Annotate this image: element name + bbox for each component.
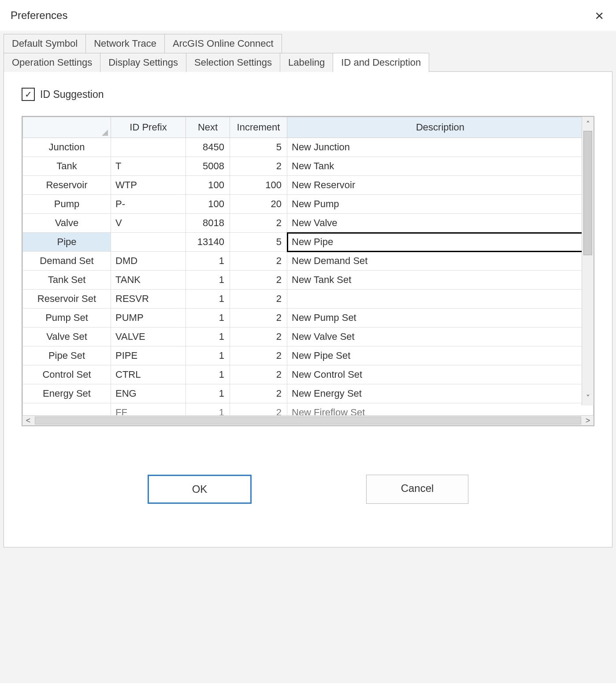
description-cell[interactable]: New Control Set <box>287 365 594 384</box>
row-header-cell[interactable]: Pipe Set <box>23 346 111 365</box>
tab-display-settings[interactable]: Display Settings <box>100 53 186 72</box>
description-cell[interactable]: New Energy Set <box>287 384 594 403</box>
row-header-cell[interactable]: Pipe <box>23 233 111 252</box>
col-description[interactable]: Description <box>287 117 594 138</box>
prefix-cell[interactable]: T <box>111 157 186 176</box>
scroll-thumb[interactable] <box>583 131 592 255</box>
increment-cell[interactable]: 2 <box>230 309 287 327</box>
next-cell[interactable]: 1 <box>186 346 230 365</box>
description-cell[interactable]: New Tank <box>287 157 594 176</box>
increment-cell[interactable]: 2 <box>230 403 287 416</box>
row-header-cell[interactable] <box>23 403 111 416</box>
prefix-cell[interactable]: ENG <box>111 384 186 403</box>
row-header-cell[interactable]: Reservoir Set <box>23 290 111 309</box>
ok-button[interactable]: OK <box>148 475 252 504</box>
table-row[interactable]: ReservoirWTP100100New Reservoir <box>23 176 594 195</box>
increment-cell[interactable]: 5 <box>230 233 287 252</box>
prefix-cell[interactable]: DMD <box>111 252 186 271</box>
prefix-cell[interactable] <box>111 138 186 157</box>
tab-selection-settings[interactable]: Selection Settings <box>186 53 280 72</box>
row-header-cell[interactable]: Tank <box>23 157 111 176</box>
increment-cell[interactable]: 2 <box>230 252 287 271</box>
row-header-cell[interactable]: Junction <box>23 138 111 157</box>
description-cell[interactable]: New Pipe <box>287 233 594 252</box>
row-header-cell[interactable]: Pump Set <box>23 309 111 327</box>
increment-cell[interactable]: 2 <box>230 365 287 384</box>
description-cell[interactable]: New Pipe Set <box>287 346 594 365</box>
table-row[interactable]: Pump SetPUMP12New Pump Set <box>23 309 594 327</box>
next-cell[interactable]: 1 <box>186 327 230 346</box>
increment-cell[interactable]: 2 <box>230 346 287 365</box>
increment-cell[interactable]: 2 <box>230 271 287 290</box>
description-cell[interactable]: New Pump <box>287 195 594 214</box>
table-row[interactable]: Valve SetVALVE12New Valve Set <box>23 327 594 346</box>
prefix-cell[interactable]: PIPE <box>111 346 186 365</box>
description-cell[interactable]: New Reservoir <box>287 176 594 195</box>
table-row[interactable]: Demand SetDMD12New Demand Set <box>23 252 594 271</box>
prefix-cell[interactable] <box>111 233 186 252</box>
tab-default-symbol[interactable]: Default Symbol <box>4 34 86 53</box>
tab-network-trace[interactable]: Network Trace <box>85 34 165 53</box>
table-row[interactable]: Junction84505New Junction <box>23 138 594 157</box>
table-row[interactable]: TankT50082New Tank <box>23 157 594 176</box>
prefix-cell[interactable]: VALVE <box>111 327 186 346</box>
table-row[interactable]: Pipe131405New Pipe <box>23 233 594 252</box>
prefix-cell[interactable]: PUMP <box>111 309 186 327</box>
increment-cell[interactable]: 2 <box>230 214 287 233</box>
scroll-down-icon[interactable]: ˅ <box>586 393 590 403</box>
id-suggestion-checkbox[interactable]: ✓ <box>22 88 35 101</box>
next-cell[interactable]: 1 <box>186 384 230 403</box>
col-next[interactable]: Next <box>186 117 230 138</box>
table-row[interactable]: ValveV80182New Valve <box>23 214 594 233</box>
grid-corner[interactable] <box>23 117 111 138</box>
col-id-prefix[interactable]: ID Prefix <box>111 117 186 138</box>
table-row[interactable]: Control SetCTRL12New Control Set <box>23 365 594 384</box>
next-cell[interactable]: 8450 <box>186 138 230 157</box>
next-cell[interactable]: 1 <box>186 365 230 384</box>
scroll-up-icon[interactable]: ˄ <box>586 119 590 129</box>
next-cell[interactable]: 1 <box>186 252 230 271</box>
row-header-cell[interactable]: Reservoir <box>23 176 111 195</box>
increment-cell[interactable]: 5 <box>230 138 287 157</box>
increment-cell[interactable]: 2 <box>230 327 287 346</box>
description-cell[interactable]: New Valve <box>287 214 594 233</box>
prefix-cell[interactable]: FF <box>111 403 186 416</box>
next-cell[interactable]: 1 <box>186 309 230 327</box>
next-cell[interactable]: 13140 <box>186 233 230 252</box>
increment-cell[interactable]: 2 <box>230 157 287 176</box>
description-cell[interactable]: New Valve Set <box>287 327 594 346</box>
row-header-cell[interactable]: Demand Set <box>23 252 111 271</box>
table-row[interactable]: Tank SetTANK12New Tank Set <box>23 271 594 290</box>
next-cell[interactable]: 100 <box>186 176 230 195</box>
increment-cell[interactable]: 20 <box>230 195 287 214</box>
prefix-cell[interactable]: WTP <box>111 176 186 195</box>
table-row[interactable]: PumpP-10020New Pump <box>23 195 594 214</box>
tab-id-and-description[interactable]: ID and Description <box>333 53 429 72</box>
prefix-cell[interactable]: CTRL <box>111 365 186 384</box>
vertical-scrollbar[interactable]: ˄ ˅ <box>582 117 594 406</box>
table-row[interactable]: Energy SetENG12New Energy Set <box>23 384 594 403</box>
row-header-cell[interactable]: Energy Set <box>23 384 111 403</box>
next-cell[interactable]: 1 <box>186 271 230 290</box>
description-cell[interactable] <box>287 290 594 309</box>
row-header-cell[interactable]: Control Set <box>23 365 111 384</box>
prefix-cell[interactable]: P- <box>111 195 186 214</box>
increment-cell[interactable]: 2 <box>230 384 287 403</box>
next-cell[interactable]: 100 <box>186 195 230 214</box>
horizontal-scrollbar[interactable]: < > <box>22 415 594 425</box>
next-cell[interactable]: 1 <box>186 290 230 309</box>
tab-operation-settings[interactable]: Operation Settings <box>4 53 100 72</box>
tab-labeling[interactable]: Labeling <box>280 53 333 72</box>
increment-cell[interactable]: 100 <box>230 176 287 195</box>
description-cell[interactable]: New Demand Set <box>287 252 594 271</box>
tab-arcgis-online-connect[interactable]: ArcGIS Online Connect <box>164 34 282 53</box>
table-row[interactable]: FF12New Fireflow Set <box>23 403 594 416</box>
description-cell[interactable]: New Fireflow Set <box>287 403 594 416</box>
prefix-cell[interactable]: V <box>111 214 186 233</box>
table-row[interactable]: Reservoir SetRESVR12 <box>23 290 594 309</box>
next-cell[interactable]: 8018 <box>186 214 230 233</box>
row-header-cell[interactable]: Tank Set <box>23 271 111 290</box>
scroll-left-icon[interactable]: < <box>22 416 34 425</box>
prefix-cell[interactable]: RESVR <box>111 290 186 309</box>
description-cell[interactable]: New Pump Set <box>287 309 594 327</box>
